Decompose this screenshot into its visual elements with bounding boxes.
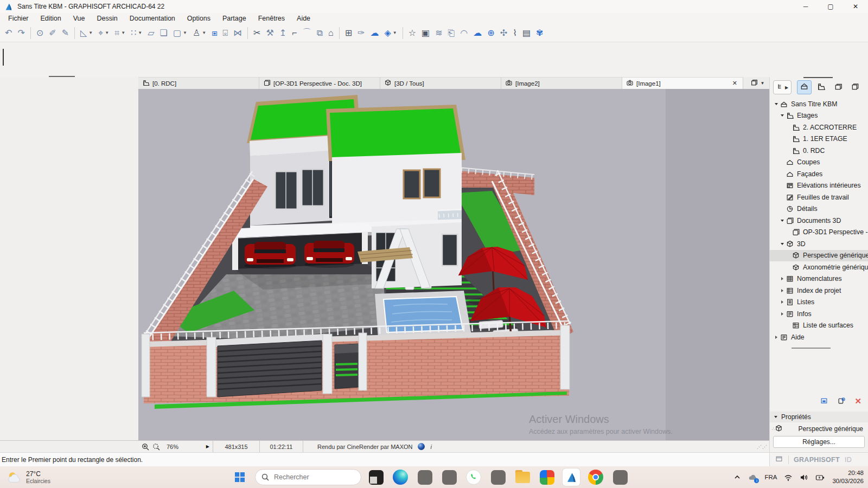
- resize-grip[interactable]: ⋰⋰: [755, 441, 769, 452]
- lasso-icon[interactable]: ◠: [457, 26, 470, 40]
- properties-header[interactable]: Propriétés: [770, 412, 868, 422]
- taskbar-clock[interactable]: 20:48 30/03/2026: [832, 469, 864, 485]
- tree-item-coupes[interactable]: Coupes: [770, 157, 868, 169]
- dropdown-arrow-icon[interactable]: ▼: [183, 30, 187, 35]
- language-indicator[interactable]: FRA: [764, 474, 777, 480]
- new-view-icon[interactable]: [837, 397, 846, 406]
- snap-guides-icon[interactable]: ⌖▼: [95, 26, 112, 40]
- menu-options[interactable]: Options: [181, 14, 216, 23]
- elevation-set-icon[interactable]: ⌂: [326, 26, 336, 40]
- dropdown-arrow-icon[interactable]: ▼: [105, 30, 109, 35]
- view-properties-icon[interactable]: [820, 397, 828, 406]
- battery-icon[interactable]: [815, 473, 825, 481]
- menu-dessin[interactable]: Dessin: [91, 14, 124, 23]
- taskbar-app-generic-1[interactable]: [416, 468, 433, 486]
- resize-icon[interactable]: ⧉: [314, 26, 326, 40]
- stretch-icon[interactable]: ↥: [277, 26, 289, 40]
- taskbar-app-whatsapp[interactable]: [465, 468, 482, 486]
- tree-item-nomenclatures[interactable]: Nomenclatures: [770, 273, 868, 285]
- image-view-icon[interactable]: ▣: [419, 26, 432, 40]
- search-input[interactable]: [274, 473, 350, 481]
- chevron-right-icon[interactable]: [778, 308, 786, 320]
- intersect-icon[interactable]: ⌐: [289, 26, 299, 40]
- figure-tool-icon[interactable]: ♙▼: [190, 26, 209, 40]
- cloud-save-icon[interactable]: ☁: [367, 26, 381, 40]
- chevron-right-icon[interactable]: [778, 273, 786, 285]
- coordinates-icon[interactable]: ⌗▼: [112, 26, 128, 40]
- taskbar-app-dark[interactable]: [367, 468, 385, 486]
- navigator-tab-layout-book[interactable]: [831, 80, 846, 94]
- dropdown-arrow-icon[interactable]: ▼: [202, 30, 206, 35]
- chevron-down-icon[interactable]: [773, 98, 780, 110]
- zoom-in-icon[interactable]: [142, 443, 149, 451]
- constraints-icon[interactable]: ⋈: [231, 26, 245, 40]
- taskbar-app-generic-4[interactable]: [611, 468, 629, 486]
- navigator-toggle-button[interactable]: ▼: [745, 77, 769, 89]
- inject-parameters-icon[interactable]: ✐: [46, 26, 59, 40]
- settings-button[interactable]: Réglages...: [773, 436, 865, 448]
- teamwork-send-icon[interactable]: ☁: [470, 26, 484, 40]
- taskbar-app-generic-2[interactable]: [441, 468, 458, 486]
- render-3d-view[interactable]: [138, 89, 666, 440]
- orientation-icon[interactable]: ◈▼: [381, 26, 399, 40]
- tree-item-aide[interactable]: Aide: [770, 331, 868, 343]
- tree-item-infos[interactable]: Infos: [770, 308, 868, 320]
- chevron-down-icon[interactable]: [778, 110, 786, 122]
- tree-item-3d[interactable]: 3D: [770, 238, 868, 250]
- taskbar-app-chrome[interactable]: [587, 468, 604, 486]
- chevron-down-icon[interactable]: [778, 238, 786, 250]
- surface-paint-icon[interactable]: ✣: [497, 26, 510, 40]
- menu-aide[interactable]: Aide: [291, 14, 316, 23]
- tab-image2[interactable]: [Image2]: [501, 77, 622, 89]
- virtual-trace-icon[interactable]: ❏: [157, 26, 170, 40]
- zoom-level[interactable]: 76%▶: [163, 441, 213, 452]
- layers-stack-icon[interactable]: ≋: [432, 26, 445, 40]
- tray-chevron-up-icon[interactable]: [733, 473, 741, 481]
- tree-item-etages[interactable]: Etages: [770, 110, 868, 122]
- chevron-right-icon[interactable]: [778, 285, 786, 297]
- delete-icon[interactable]: ✕: [854, 396, 861, 406]
- minimize-button[interactable]: ─: [793, 0, 818, 13]
- panel-grip[interactable]: ∴: [772, 426, 775, 432]
- navigator-tree-button[interactable]: ▶: [773, 80, 792, 94]
- zoom-fit-icon[interactable]: [152, 443, 160, 451]
- undo-icon[interactable]: ↶: [2, 26, 15, 40]
- favorites-icon[interactable]: ☆: [406, 26, 419, 40]
- tree-item-index-de-projet[interactable]: Index de projet: [770, 285, 868, 297]
- taskbar-app-generic-3[interactable]: [489, 468, 507, 486]
- taskbar-search[interactable]: [255, 469, 361, 485]
- inject-pen-icon[interactable]: ✎: [59, 26, 72, 40]
- navigator-tab-publisher[interactable]: [848, 80, 863, 94]
- menu-edition[interactable]: Edition: [35, 14, 67, 23]
- tree-item-op-3d1-perspective-d[interactable]: OP-3D1 Perspective - D: [770, 227, 868, 239]
- tree-item-0-rdc[interactable]: 0. RDC: [770, 145, 868, 157]
- tree-item-el-vations-int-rieures[interactable]: Elévations intérieures: [770, 180, 868, 192]
- tab-3d-tous[interactable]: [3D / Tous]: [380, 77, 501, 89]
- transform-box-icon[interactable]: ⧆: [209, 26, 220, 40]
- marquee-transform-icon[interactable]: ⊞: [342, 26, 355, 40]
- tree-item-2-accroterre[interactable]: 2. ACCROTERRE: [770, 121, 868, 133]
- menu-fen-tres[interactable]: Fenêtres: [252, 14, 291, 23]
- tree-item-liste-de-surfaces[interactable]: Liste de surfaces: [770, 320, 868, 332]
- taskbar-weather-widget[interactable]: 27°C Eclaircies: [0, 470, 50, 485]
- tree-item-fa-ades[interactable]: Façades: [770, 168, 868, 180]
- taskbar-app-edge[interactable]: [392, 468, 409, 486]
- start-button[interactable]: [231, 468, 249, 486]
- tab-op-3d1-perspective-doc-3d[interactable]: [OP-3D1 Perspective - Doc. 3D]: [259, 77, 380, 89]
- volume-icon[interactable]: [800, 473, 808, 481]
- tree-item-1-1er-etage[interactable]: 1. 1ER ETAGE: [770, 133, 868, 145]
- editing-plane-icon[interactable]: ▱: [145, 26, 157, 40]
- fillet-icon[interactable]: ⌒: [300, 26, 314, 40]
- chevron-down-icon[interactable]: [778, 215, 786, 227]
- split-icon[interactable]: ✂: [251, 26, 263, 40]
- taskbar-app-meet[interactable]: [538, 468, 556, 486]
- tree-item-feuilles-de-travail[interactable]: Feuilles de travail: [770, 191, 868, 203]
- panel-resize-handle[interactable]: [803, 77, 833, 78]
- tab-0-rdc[interactable]: [0. RDC]: [138, 77, 259, 89]
- tree-item-sans-titre-kbm[interactable]: Sans Titre KBM: [770, 98, 868, 110]
- tree-item-d-tails[interactable]: Détails: [770, 203, 868, 215]
- adjust-icon[interactable]: ⚒: [263, 26, 276, 40]
- menu-documentation[interactable]: Documentation: [124, 14, 181, 23]
- zoom-menu-arrow-icon[interactable]: ▶: [206, 444, 209, 449]
- revision-icon[interactable]: ⎗: [445, 26, 458, 40]
